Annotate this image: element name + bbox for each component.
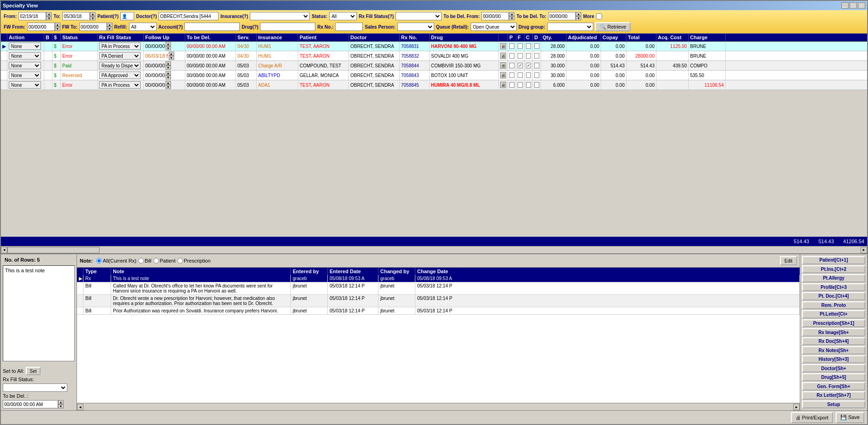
table-row[interactable]: None $ Paid Ready to Dispe 00/00/00 ▲▼ 0… <box>1 61 867 71</box>
rxfill-select[interactable]: PA in Process <box>99 81 141 89</box>
followup-down[interactable]: ▼ <box>165 75 171 79</box>
row-p[interactable] <box>508 42 516 51</box>
refill-select[interactable]: All <box>129 23 157 31</box>
gh-status[interactable]: Status <box>61 34 98 41</box>
rem-proto-button[interactable]: Rem. Proto <box>802 301 865 310</box>
close-button[interactable]: × <box>858 2 865 9</box>
prescription-button[interactable]: Prescription[Sh+1] <box>802 319 865 328</box>
scroll-thumb[interactable] <box>7 247 100 253</box>
todel-date-input[interactable] <box>3 400 58 408</box>
row-c[interactable] <box>525 80 533 90</box>
status-select[interactable]: All <box>329 12 357 20</box>
followup-down[interactable]: ▼ <box>169 56 174 60</box>
rx-letter-button[interactable]: Rx Letter[Sh+7] <box>802 391 865 400</box>
scroll-left-button[interactable]: ◄ <box>1 247 7 253</box>
todel-from-up[interactable]: ▲ <box>509 12 514 16</box>
insurance-select[interactable] <box>250 12 310 20</box>
row-action[interactable]: None <box>7 80 44 90</box>
row-c[interactable] <box>525 61 533 70</box>
row-action[interactable]: None <box>7 61 44 70</box>
rx-image-button[interactable]: Rx Image[Sh+ <box>802 328 865 336</box>
row-action[interactable]: None <box>7 71 44 80</box>
ngh-entered[interactable]: Entered by <box>291 268 328 275</box>
c-checkbox[interactable] <box>526 82 531 88</box>
gh-rx[interactable]: Rx No. <box>400 34 430 41</box>
gh-acqcost[interactable]: Acq. Cost <box>656 34 689 41</box>
radio-patient[interactable]: Patient <box>154 258 176 263</box>
gh-ins[interactable]: Insurance <box>257 34 298 41</box>
ngh-note[interactable]: Note <box>111 268 291 275</box>
p-checkbox[interactable] <box>509 72 514 78</box>
retrieve-button[interactable]: 🔍 Retrieve <box>595 22 631 31</box>
row-action[interactable]: None <box>7 42 44 51</box>
list-item[interactable]: Bill Prior Authorization was required on… <box>77 307 800 315</box>
fw-to-input[interactable] <box>79 23 107 31</box>
maximize-button[interactable]: □ <box>850 2 857 9</box>
rxfill-status-select[interactable] <box>3 383 67 392</box>
gh-f[interactable]: F <box>516 34 525 41</box>
notes-scroll-right[interactable]: ► <box>793 404 800 410</box>
from-date-up[interactable]: ▲ <box>46 12 52 16</box>
d-checkbox[interactable] <box>534 53 539 59</box>
gh-patient[interactable]: Patient <box>298 34 349 41</box>
row-f[interactable] <box>516 42 525 51</box>
row-d[interactable] <box>533 71 541 80</box>
p-checkbox[interactable] <box>509 43 514 49</box>
table-row[interactable]: None $ Error PA Denied 06/03/18 ! ▲▼ 00/… <box>1 51 867 61</box>
rxfill-select[interactable]: PA in Process <box>99 42 141 50</box>
gen-form-button[interactable]: Gen. Form[Sh+ <box>802 382 865 390</box>
d-checkbox[interactable] <box>534 82 539 88</box>
patient-icon[interactable] <box>120 12 134 20</box>
row-p[interactable] <box>508 61 516 70</box>
setup-button[interactable]: Setup <box>802 401 865 409</box>
pt-ins-button[interactable]: Pt.Ins.[Ct+2 <box>802 265 865 274</box>
radio-prescription-input[interactable] <box>177 258 183 263</box>
row-f[interactable] <box>516 51 525 60</box>
d-checkbox[interactable] <box>534 63 539 68</box>
row-d[interactable] <box>533 61 541 70</box>
drug-input[interactable] <box>260 23 315 31</box>
radio-bill-input[interactable] <box>138 258 144 263</box>
row-rxfill[interactable]: Ready to Dispe <box>98 61 144 70</box>
druggroup-select[interactable] <box>547 23 593 31</box>
radio-patient-input[interactable] <box>154 258 159 263</box>
table-row[interactable]: None $ Error PA in Process 00/00/00 ▲▼ 0… <box>1 80 867 90</box>
to-date-input[interactable] <box>62 12 90 20</box>
fw-to-down[interactable]: ▼ <box>107 27 112 31</box>
more-checkbox[interactable] <box>596 13 602 19</box>
ngh-type[interactable]: Type <box>83 268 111 275</box>
p-checkbox[interactable] <box>509 82 514 88</box>
c-checkbox[interactable] <box>526 63 531 68</box>
radio-all[interactable]: All(Current Rx) <box>96 258 136 263</box>
action-select[interactable]: None <box>9 42 41 50</box>
gh-rxfill[interactable]: Rx Fill Status <box>98 34 144 41</box>
row-c[interactable] <box>525 51 533 60</box>
row-rxfill[interactable]: PA Denied <box>98 51 144 60</box>
rx-notes-button[interactable]: Rx Notes[Sh+ <box>802 346 865 354</box>
row-rxfill[interactable]: PA Approved <box>98 71 144 80</box>
doctor-input[interactable] <box>159 12 218 20</box>
rxfill-select[interactable]: PA Approved <box>99 72 141 79</box>
list-item[interactable]: ▶ Rx This is a test note graceb 05/08/18… <box>77 275 800 282</box>
drug-button[interactable]: Drug[Sh+5] <box>802 373 865 382</box>
from-date-input[interactable] <box>18 12 46 20</box>
gh-dollar[interactable]: $ <box>53 34 61 41</box>
table-row[interactable]: ▶ None $ Error PA in Process 00/00/00 ▲▼… <box>1 42 867 51</box>
gh-doctor[interactable]: Doctor <box>349 34 400 41</box>
radio-bill[interactable]: Bill <box>138 258 152 263</box>
ngh-changedby[interactable]: Changed by <box>378 268 415 275</box>
gh-c[interactable]: C <box>525 34 533 41</box>
row-f[interactable] <box>516 80 525 90</box>
to-date-up[interactable]: ▲ <box>90 12 95 16</box>
followup-up[interactable]: ▲ <box>169 52 174 56</box>
fw-from-down[interactable]: ▼ <box>55 27 60 31</box>
queue-select[interactable]: Open Queue <box>471 23 517 31</box>
notes-scrollbar[interactable]: ◄ ► <box>77 403 800 410</box>
row-d[interactable] <box>533 42 541 51</box>
list-item[interactable]: Bill Called Mary at Dr. Obrecht's office… <box>77 282 800 295</box>
f-checkbox[interactable] <box>518 43 523 49</box>
doctor-button[interactable]: Doctor[Sh+ <box>802 364 865 372</box>
f-checkbox[interactable] <box>518 63 523 68</box>
gh-adj[interactable]: Adjudicated <box>567 34 601 41</box>
save-button[interactable]: 💾 Save <box>836 412 864 423</box>
